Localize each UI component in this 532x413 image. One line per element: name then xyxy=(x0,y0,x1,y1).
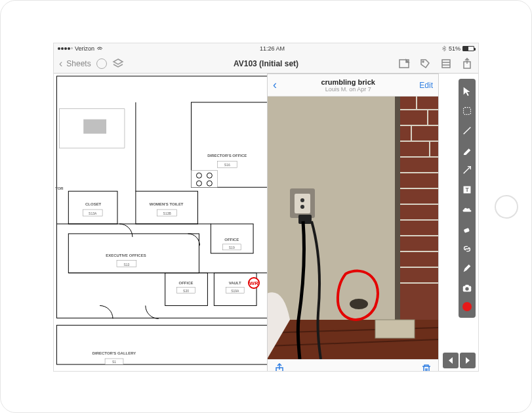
text-tool-icon[interactable]: T xyxy=(461,184,473,196)
svg-text:S19: S19 xyxy=(229,246,235,250)
svg-text:OFFICE: OFFICE xyxy=(179,281,194,285)
status-bar: Verizon 11:26 AM 51% xyxy=(54,43,478,54)
photo-edit-button[interactable]: Edit xyxy=(419,81,433,90)
prev-sheet-button[interactable] xyxy=(443,353,459,368)
share-icon[interactable] xyxy=(461,58,473,70)
svg-rect-73 xyxy=(295,194,310,213)
svg-text:S19A: S19A xyxy=(231,290,239,293)
svg-point-78 xyxy=(350,299,368,309)
svg-point-74 xyxy=(300,198,304,202)
svg-rect-80 xyxy=(464,108,471,115)
photo-delete-button[interactable] xyxy=(421,364,432,372)
svg-text:OFFICE: OFFICE xyxy=(224,238,239,242)
svg-rect-76 xyxy=(298,215,312,224)
page-title: AV103 (Initial set) xyxy=(234,59,298,68)
photo-subtitle: Louis M. on Apr 7 xyxy=(277,86,419,93)
wifi-icon xyxy=(96,46,103,51)
next-sheet-button[interactable] xyxy=(460,353,476,368)
carrier-label: Verizon xyxy=(75,45,94,52)
svg-rect-22 xyxy=(192,170,218,187)
back-chevron-icon[interactable]: ‹ xyxy=(59,58,62,70)
photo-share-button[interactable] xyxy=(274,363,285,372)
arrow-tool-icon[interactable] xyxy=(461,164,473,176)
pointer-tool-icon[interactable] xyxy=(461,85,473,97)
sheet-pager xyxy=(443,353,476,368)
annotation-wr-pin[interactable]: WR xyxy=(248,277,260,289)
list-icon[interactable] xyxy=(440,58,452,70)
app-screen: Verizon 11:26 AM 51% ‹ Sheets AV103 (Ini… xyxy=(53,43,479,372)
photo-title: crumbling brick xyxy=(277,78,419,86)
photo-image[interactable] xyxy=(268,97,438,359)
nav-bar: ‹ Sheets AV103 (Initial set) xyxy=(54,54,478,74)
layers-icon[interactable] xyxy=(112,58,124,70)
clock-label: 11:26 AM xyxy=(260,45,285,52)
svg-rect-50 xyxy=(268,97,398,320)
svg-rect-13 xyxy=(83,120,106,134)
eraser-tool-icon[interactable] xyxy=(461,223,473,235)
svg-rect-43 xyxy=(56,325,285,364)
svg-text:TOR: TOR xyxy=(55,186,64,190)
svg-text:S13B: S13B xyxy=(163,212,172,215)
svg-text:T: T xyxy=(465,186,469,193)
home-button[interactable] xyxy=(495,195,518,219)
bluetooth-icon xyxy=(441,45,447,52)
svg-rect-85 xyxy=(464,228,470,233)
svg-rect-8 xyxy=(68,191,117,224)
markup-toolbar: T xyxy=(459,79,476,318)
link-tool-icon[interactable] xyxy=(461,243,473,255)
battery-pct-label: 51% xyxy=(449,45,460,52)
back-label[interactable]: Sheets xyxy=(66,59,91,68)
svg-text:DIRECTOR'S GALLERY: DIRECTOR'S GALLERY xyxy=(92,351,136,355)
svg-line-81 xyxy=(464,127,471,135)
svg-line-82 xyxy=(464,167,470,174)
svg-text:WOMEN'S TOILET: WOMEN'S TOILET xyxy=(150,202,184,206)
svg-text:CLOSET: CLOSET xyxy=(85,202,102,206)
cloud-tool-icon[interactable] xyxy=(461,204,473,215)
svg-text:S16: S16 xyxy=(224,163,230,167)
filter-circle-icon[interactable] xyxy=(96,58,107,69)
svg-rect-68 xyxy=(395,97,400,320)
svg-point-75 xyxy=(300,205,304,209)
camera-tool-icon[interactable] xyxy=(461,282,473,294)
svg-text:S20: S20 xyxy=(183,290,189,293)
svg-text:S1: S1 xyxy=(112,360,116,364)
photo-detail-panel: ‹ crumbling brick Louis M. on Apr 7 Edit xyxy=(267,74,439,372)
svg-text:S13: S13 xyxy=(124,263,130,267)
svg-rect-14 xyxy=(136,191,198,224)
svg-point-1 xyxy=(422,61,424,62)
pencil-tool-icon[interactable] xyxy=(461,263,473,274)
svg-point-87 xyxy=(465,287,468,290)
svg-rect-2 xyxy=(442,60,450,68)
sheet-icon[interactable] xyxy=(398,58,410,70)
svg-rect-88 xyxy=(465,285,468,287)
marker-tool-icon[interactable] xyxy=(461,144,473,156)
svg-text:DIRECTOR'S OFFICE: DIRECTOR'S OFFICE xyxy=(207,154,247,158)
color-picker-button[interactable] xyxy=(462,302,472,311)
marquee-tool-icon[interactable] xyxy=(461,105,473,117)
svg-text:S13A: S13A xyxy=(89,212,97,215)
svg-text:EXECUTIVE OFFICES: EXECUTIVE OFFICES xyxy=(106,253,146,257)
svg-text:VAULT: VAULT xyxy=(229,281,241,285)
line-tool-icon[interactable] xyxy=(461,125,473,137)
battery-icon xyxy=(462,46,474,51)
tag-icon[interactable] xyxy=(419,58,431,70)
svg-rect-77 xyxy=(375,320,415,338)
